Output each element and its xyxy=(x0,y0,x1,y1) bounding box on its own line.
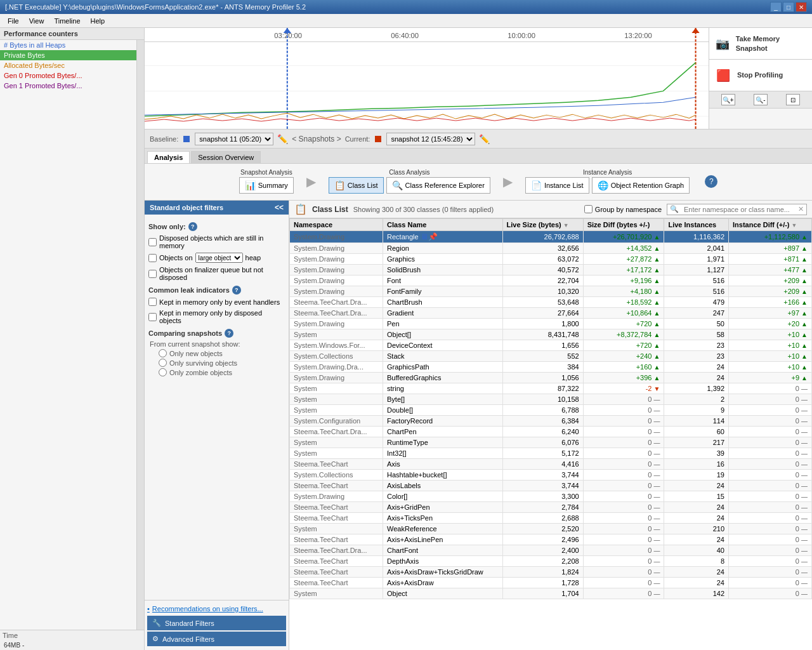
show-only-section: Show only: ? xyxy=(148,222,285,231)
table-row[interactable]: System.Drawing BufferedGraphics 1,056 +3… xyxy=(290,373,812,383)
table-row[interactable]: System.Collections Stack 552 +240 ▲ 23 +… xyxy=(290,351,812,362)
new-objects-radio[interactable] xyxy=(159,349,167,357)
disposed-checkbox[interactable] xyxy=(148,238,157,246)
table-row[interactable]: Steema.TeeChart Axis+GridPen 2,784 0 — 2… xyxy=(290,502,812,513)
current-snapshot-select[interactable]: snapshot 12 (15:45:28) xyxy=(386,133,475,145)
finalizer-checkbox[interactable] xyxy=(148,270,157,278)
current-edit-icon[interactable]: ✏️ xyxy=(479,134,490,144)
cell-classname: FontFamily xyxy=(383,286,502,297)
table-row[interactable]: System.Drawing Pen 1,800 +720 ▲ 50 +20 ▲ xyxy=(290,319,812,329)
col-classname[interactable]: Class Name xyxy=(383,219,502,231)
perf-item-allocated-bytes[interactable]: Allocated Bytes/sec xyxy=(0,60,144,70)
col-livesize[interactable]: Live Size (bytes) ▼ xyxy=(502,219,583,231)
large-object-checkbox[interactable] xyxy=(148,254,157,262)
table-row[interactable]: System Object 1,704 0 — 142 0 — xyxy=(290,588,812,599)
zoom-in-button[interactable]: 🔍+ xyxy=(721,94,735,105)
chart-area[interactable]: 03:20:00 06:40:00 10:00:00 13:20:00 xyxy=(145,28,709,129)
table-row[interactable]: Steema.TeeChart.Dra... Gradient 27,664 +… xyxy=(290,308,812,319)
col-liveinstances[interactable]: Live Instances xyxy=(664,219,729,231)
leak-help-icon[interactable]: ? xyxy=(232,286,241,295)
retention-graph-nav-button[interactable]: 🌐 Object Retention Graph xyxy=(592,177,690,194)
menu-timeline[interactable]: Timeline xyxy=(49,16,85,26)
summary-nav-button[interactable]: 📊 Summary xyxy=(239,177,294,194)
help-button[interactable]: ? xyxy=(705,175,717,188)
table-row[interactable]: Steema.TeeChart Axis+AxisLinePen 2,496 0… xyxy=(290,534,812,545)
perf-item-gen0[interactable]: Gen 0 Promoted Bytes/... xyxy=(0,70,144,81)
perf-item-private-bytes[interactable]: Private Bytes xyxy=(0,50,144,60)
table-row[interactable]: System.Drawing Graphics 63,072 +27,872 ▲… xyxy=(290,254,812,265)
table-row[interactable]: System string 87,322 -2 ▼ 1,392 0 — xyxy=(290,383,812,394)
group-by-ns-checkbox[interactable] xyxy=(584,205,593,213)
recommendations-link[interactable]: • Recommendations on using filters... xyxy=(147,603,286,614)
cell-namespace: System.Drawing xyxy=(290,373,383,383)
snapshot-analysis-section: Snapshot Analysis 📊 Summary xyxy=(239,169,294,194)
maximize-button[interactable]: □ xyxy=(783,2,794,12)
zombie-radio[interactable] xyxy=(159,368,167,376)
table-row[interactable]: System Byte[] 10,158 0 — 2 0 — xyxy=(290,394,812,405)
col-instancediff[interactable]: Instance Diff (+/-) ▼ xyxy=(729,219,812,231)
menu-file[interactable]: File xyxy=(3,16,24,26)
surviving-radio[interactable] xyxy=(159,359,167,367)
event-handlers-checkbox[interactable] xyxy=(148,298,157,306)
class-search-input[interactable] xyxy=(681,204,796,215)
minimize-button[interactable]: _ xyxy=(770,2,782,12)
disposed-obj-checkbox[interactable] xyxy=(148,313,157,321)
col-namespace[interactable]: Namespace xyxy=(290,219,383,231)
table-row[interactable]: System Int32[] 5,172 0 — 39 0 — xyxy=(290,448,812,459)
class-table-wrapper[interactable]: Namespace Class Name Live Size (bytes) ▼… xyxy=(289,218,812,650)
comparing-help-icon[interactable]: ? xyxy=(225,329,233,338)
table-row[interactable]: Steema.TeeChart Axis+AxisDraw+TicksGridD… xyxy=(290,567,812,578)
table-row[interactable]: Steema.TeeChart Axis+AxisDraw 1,728 0 — … xyxy=(290,578,812,588)
table-row[interactable]: Steema.TeeChart.Dra... ChartBrush 53,648… xyxy=(290,297,812,308)
tab-session-overview[interactable]: Session Overview xyxy=(191,151,261,163)
col-sizediff[interactable]: Size Diff (bytes +/-) xyxy=(583,219,664,231)
table-row[interactable]: System.Collections Hashtable+bucket[] 3,… xyxy=(290,470,812,481)
table-row[interactable]: Steema.TeeChart AxisLabels 3,744 0 — 24 … xyxy=(290,481,812,491)
tab-analysis[interactable]: Analysis xyxy=(147,151,190,163)
menu-view[interactable]: View xyxy=(24,16,49,26)
take-snapshot-button[interactable]: 📷 Take Memory Snapshot xyxy=(709,28,812,60)
close-button[interactable]: ✕ xyxy=(796,2,807,12)
table-row[interactable]: System WeakReference 2,520 0 — 210 0 — xyxy=(290,524,812,534)
table-row[interactable]: System.Drawing.Dra... GraphicsPath 384 +… xyxy=(290,362,812,373)
table-row[interactable]: System Object[] 8,431,748 +8,372,784 ▲ 5… xyxy=(290,329,812,340)
show-only-help-icon[interactable]: ? xyxy=(188,222,197,231)
instance-list-nav-button[interactable]: 📄 Instance List xyxy=(525,177,589,194)
perf-item-bytes-heaps[interactable]: # Bytes in all Heaps xyxy=(0,40,144,50)
standard-filters-button[interactable]: 🔧 Standard Filters xyxy=(147,616,286,630)
table-row[interactable]: System.Drawing SolidBrush 40,572 +17,172… xyxy=(290,265,812,275)
table-row[interactable]: System.Drawing FontFamily 10,320 +4,180 … xyxy=(290,286,812,297)
stop-profiling-button[interactable]: 🟥 Stop Profiling xyxy=(709,60,812,91)
zoom-out-button[interactable]: 🔍- xyxy=(754,94,768,105)
perf-item-gen1[interactable]: Gen 1 Promoted Bytes/... xyxy=(0,81,144,91)
cell-liveinstances: 16 xyxy=(664,459,729,470)
table-row[interactable]: System.Windows.For... DeviceContext 1,65… xyxy=(290,340,812,351)
cell-namespace: System xyxy=(290,524,383,534)
table-row[interactable]: System.Drawing Region 32,656 +14,352 ▲ 2… xyxy=(290,243,812,254)
advanced-filters-button[interactable]: ⚙ Advanced Filters xyxy=(147,632,286,646)
heap-type-select[interactable]: large object small object xyxy=(195,253,243,263)
cell-sizediff: 0 — xyxy=(583,470,664,481)
table-row[interactable]: Steema.TeeChart.Dra... ChartFont 2,400 0… xyxy=(290,545,812,556)
table-row[interactable]: System.Drawing Font 22,704 +9,196 ▲ 516 … xyxy=(290,275,812,286)
cell-classname: WeakReference xyxy=(383,524,502,534)
table-row[interactable]: Steema.TeeChart.Dra... ChartPen 6,240 0 … xyxy=(290,427,812,437)
search-clear-icon[interactable]: ✕ xyxy=(796,205,806,213)
table-row[interactable]: System RuntimeType 6,076 0 — 217 0 — xyxy=(290,437,812,448)
help-icon[interactable]: ? xyxy=(705,175,717,188)
table-row[interactable]: System Double[] 6,788 0 — 9 0 — xyxy=(290,405,812,416)
baseline-edit-icon[interactable]: ✏️ xyxy=(277,134,288,144)
table-row[interactable]: Steema.TeeChart Axis 4,416 0 — 16 0 — xyxy=(290,459,812,470)
table-row[interactable]: Steema.TeeChart Axis+TicksPen 2,688 0 — … xyxy=(290,513,812,524)
class-ref-nav-button[interactable]: 🔍 Class Reference Explorer xyxy=(386,177,490,194)
perf-scrollbar[interactable] xyxy=(136,40,144,630)
table-row[interactable]: System.Configuration FactoryRecord 6,384… xyxy=(290,416,812,427)
filter-collapse-button[interactable]: << xyxy=(275,203,284,212)
table-row[interactable]: System.Drawing Color[] 3,300 0 — 15 0 — xyxy=(290,491,812,502)
table-row[interactable]: System.Drawing Rectangle 🖥📌 26,792,688 +… xyxy=(290,231,812,243)
baseline-snapshot-select[interactable]: snapshot 11 (05:20) xyxy=(195,133,273,145)
class-list-nav-button[interactable]: 📋 Class List xyxy=(329,177,384,194)
menu-help[interactable]: Help xyxy=(86,16,110,26)
zoom-reset-button[interactable]: ⊡ xyxy=(786,94,800,105)
table-row[interactable]: Steema.TeeChart DepthAxis 2,208 0 — 8 0 … xyxy=(290,556,812,567)
